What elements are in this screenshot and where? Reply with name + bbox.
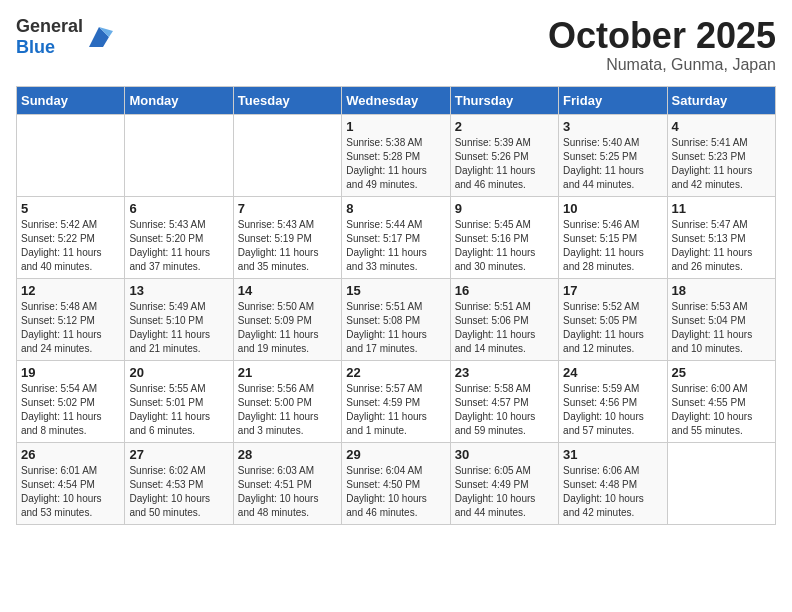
day-info: Sunrise: 5:43 AM Sunset: 5:20 PM Dayligh…	[129, 218, 228, 274]
day-info: Sunrise: 6:05 AM Sunset: 4:49 PM Dayligh…	[455, 464, 554, 520]
day-number: 18	[672, 283, 771, 298]
day-number: 20	[129, 365, 228, 380]
calendar-cell: 10Sunrise: 5:46 AM Sunset: 5:15 PM Dayli…	[559, 196, 667, 278]
day-info: Sunrise: 5:47 AM Sunset: 5:13 PM Dayligh…	[672, 218, 771, 274]
weekday-row: SundayMondayTuesdayWednesdayThursdayFrid…	[17, 86, 776, 114]
calendar-cell: 24Sunrise: 5:59 AM Sunset: 4:56 PM Dayli…	[559, 360, 667, 442]
calendar-cell: 8Sunrise: 5:44 AM Sunset: 5:17 PM Daylig…	[342, 196, 450, 278]
day-info: Sunrise: 6:01 AM Sunset: 4:54 PM Dayligh…	[21, 464, 120, 520]
day-info: Sunrise: 5:55 AM Sunset: 5:01 PM Dayligh…	[129, 382, 228, 438]
calendar-cell	[125, 114, 233, 196]
calendar-week-row: 1Sunrise: 5:38 AM Sunset: 5:28 PM Daylig…	[17, 114, 776, 196]
day-number: 13	[129, 283, 228, 298]
calendar-cell: 17Sunrise: 5:52 AM Sunset: 5:05 PM Dayli…	[559, 278, 667, 360]
logo-blue: Blue	[16, 37, 55, 57]
calendar-cell: 4Sunrise: 5:41 AM Sunset: 5:23 PM Daylig…	[667, 114, 775, 196]
calendar-cell: 21Sunrise: 5:56 AM Sunset: 5:00 PM Dayli…	[233, 360, 341, 442]
calendar-cell: 26Sunrise: 6:01 AM Sunset: 4:54 PM Dayli…	[17, 442, 125, 524]
day-info: Sunrise: 5:56 AM Sunset: 5:00 PM Dayligh…	[238, 382, 337, 438]
calendar-body: 1Sunrise: 5:38 AM Sunset: 5:28 PM Daylig…	[17, 114, 776, 524]
day-number: 3	[563, 119, 662, 134]
weekday-header: Thursday	[450, 86, 558, 114]
day-number: 10	[563, 201, 662, 216]
calendar-week-row: 5Sunrise: 5:42 AM Sunset: 5:22 PM Daylig…	[17, 196, 776, 278]
calendar-cell: 18Sunrise: 5:53 AM Sunset: 5:04 PM Dayli…	[667, 278, 775, 360]
day-number: 31	[563, 447, 662, 462]
page-header: General Blue October 2025 Numata, Gunma,…	[16, 16, 776, 74]
calendar-cell: 3Sunrise: 5:40 AM Sunset: 5:25 PM Daylig…	[559, 114, 667, 196]
calendar-cell: 9Sunrise: 5:45 AM Sunset: 5:16 PM Daylig…	[450, 196, 558, 278]
logo-general: General	[16, 16, 83, 36]
day-number: 29	[346, 447, 445, 462]
day-number: 2	[455, 119, 554, 134]
calendar-cell: 15Sunrise: 5:51 AM Sunset: 5:08 PM Dayli…	[342, 278, 450, 360]
weekday-header: Wednesday	[342, 86, 450, 114]
calendar-cell: 14Sunrise: 5:50 AM Sunset: 5:09 PM Dayli…	[233, 278, 341, 360]
day-info: Sunrise: 5:44 AM Sunset: 5:17 PM Dayligh…	[346, 218, 445, 274]
calendar-week-row: 26Sunrise: 6:01 AM Sunset: 4:54 PM Dayli…	[17, 442, 776, 524]
day-number: 4	[672, 119, 771, 134]
day-info: Sunrise: 5:50 AM Sunset: 5:09 PM Dayligh…	[238, 300, 337, 356]
day-info: Sunrise: 5:39 AM Sunset: 5:26 PM Dayligh…	[455, 136, 554, 192]
day-number: 7	[238, 201, 337, 216]
day-number: 16	[455, 283, 554, 298]
day-number: 23	[455, 365, 554, 380]
calendar-cell: 19Sunrise: 5:54 AM Sunset: 5:02 PM Dayli…	[17, 360, 125, 442]
day-info: Sunrise: 5:40 AM Sunset: 5:25 PM Dayligh…	[563, 136, 662, 192]
day-info: Sunrise: 6:00 AM Sunset: 4:55 PM Dayligh…	[672, 382, 771, 438]
day-number: 1	[346, 119, 445, 134]
day-number: 19	[21, 365, 120, 380]
calendar-cell: 7Sunrise: 5:43 AM Sunset: 5:19 PM Daylig…	[233, 196, 341, 278]
calendar-cell	[17, 114, 125, 196]
calendar-cell: 6Sunrise: 5:43 AM Sunset: 5:20 PM Daylig…	[125, 196, 233, 278]
day-number: 8	[346, 201, 445, 216]
month-title: October 2025	[548, 16, 776, 56]
day-number: 11	[672, 201, 771, 216]
title-block: October 2025 Numata, Gunma, Japan	[548, 16, 776, 74]
day-number: 22	[346, 365, 445, 380]
weekday-header: Sunday	[17, 86, 125, 114]
calendar-cell: 27Sunrise: 6:02 AM Sunset: 4:53 PM Dayli…	[125, 442, 233, 524]
calendar-week-row: 12Sunrise: 5:48 AM Sunset: 5:12 PM Dayli…	[17, 278, 776, 360]
calendar-cell: 16Sunrise: 5:51 AM Sunset: 5:06 PM Dayli…	[450, 278, 558, 360]
day-number: 6	[129, 201, 228, 216]
day-info: Sunrise: 6:06 AM Sunset: 4:48 PM Dayligh…	[563, 464, 662, 520]
calendar-cell: 23Sunrise: 5:58 AM Sunset: 4:57 PM Dayli…	[450, 360, 558, 442]
day-info: Sunrise: 5:42 AM Sunset: 5:22 PM Dayligh…	[21, 218, 120, 274]
calendar-cell: 2Sunrise: 5:39 AM Sunset: 5:26 PM Daylig…	[450, 114, 558, 196]
calendar-cell: 11Sunrise: 5:47 AM Sunset: 5:13 PM Dayli…	[667, 196, 775, 278]
day-info: Sunrise: 6:02 AM Sunset: 4:53 PM Dayligh…	[129, 464, 228, 520]
day-info: Sunrise: 6:04 AM Sunset: 4:50 PM Dayligh…	[346, 464, 445, 520]
weekday-header: Friday	[559, 86, 667, 114]
calendar-cell: 20Sunrise: 5:55 AM Sunset: 5:01 PM Dayli…	[125, 360, 233, 442]
day-number: 5	[21, 201, 120, 216]
calendar-cell: 22Sunrise: 5:57 AM Sunset: 4:59 PM Dayli…	[342, 360, 450, 442]
day-info: Sunrise: 5:57 AM Sunset: 4:59 PM Dayligh…	[346, 382, 445, 438]
calendar-cell: 30Sunrise: 6:05 AM Sunset: 4:49 PM Dayli…	[450, 442, 558, 524]
location-title: Numata, Gunma, Japan	[548, 56, 776, 74]
day-info: Sunrise: 5:48 AM Sunset: 5:12 PM Dayligh…	[21, 300, 120, 356]
logo: General Blue	[16, 16, 113, 58]
day-info: Sunrise: 5:53 AM Sunset: 5:04 PM Dayligh…	[672, 300, 771, 356]
weekday-header: Saturday	[667, 86, 775, 114]
calendar-cell: 25Sunrise: 6:00 AM Sunset: 4:55 PM Dayli…	[667, 360, 775, 442]
day-number: 25	[672, 365, 771, 380]
day-info: Sunrise: 5:45 AM Sunset: 5:16 PM Dayligh…	[455, 218, 554, 274]
day-number: 30	[455, 447, 554, 462]
logo-icon	[85, 23, 113, 51]
day-info: Sunrise: 5:54 AM Sunset: 5:02 PM Dayligh…	[21, 382, 120, 438]
day-number: 14	[238, 283, 337, 298]
day-number: 15	[346, 283, 445, 298]
day-number: 24	[563, 365, 662, 380]
calendar-cell: 29Sunrise: 6:04 AM Sunset: 4:50 PM Dayli…	[342, 442, 450, 524]
day-info: Sunrise: 5:51 AM Sunset: 5:08 PM Dayligh…	[346, 300, 445, 356]
day-info: Sunrise: 5:51 AM Sunset: 5:06 PM Dayligh…	[455, 300, 554, 356]
calendar-week-row: 19Sunrise: 5:54 AM Sunset: 5:02 PM Dayli…	[17, 360, 776, 442]
day-number: 28	[238, 447, 337, 462]
calendar-cell: 31Sunrise: 6:06 AM Sunset: 4:48 PM Dayli…	[559, 442, 667, 524]
calendar-cell: 12Sunrise: 5:48 AM Sunset: 5:12 PM Dayli…	[17, 278, 125, 360]
day-info: Sunrise: 5:38 AM Sunset: 5:28 PM Dayligh…	[346, 136, 445, 192]
day-number: 17	[563, 283, 662, 298]
day-info: Sunrise: 5:58 AM Sunset: 4:57 PM Dayligh…	[455, 382, 554, 438]
day-info: Sunrise: 5:41 AM Sunset: 5:23 PM Dayligh…	[672, 136, 771, 192]
